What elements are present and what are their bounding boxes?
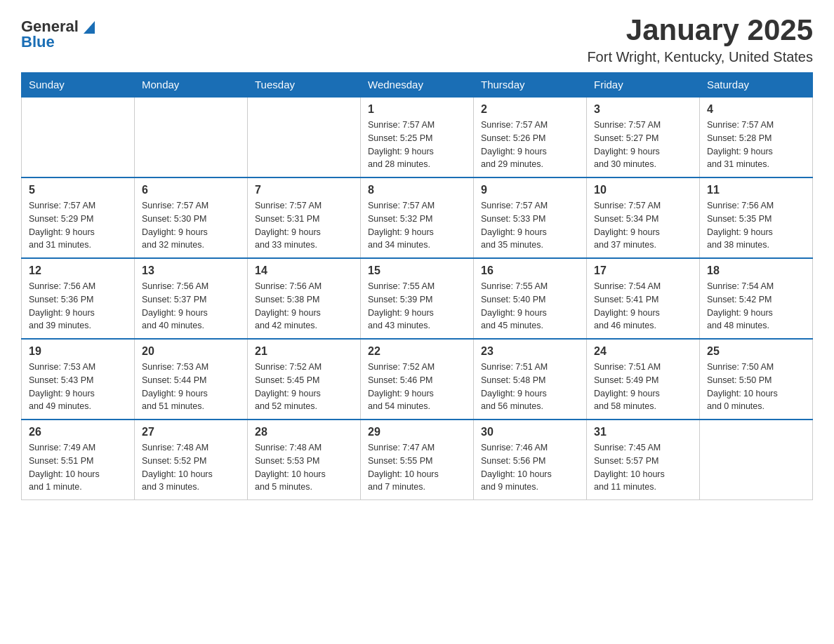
weekday-header: Wednesday — [361, 73, 474, 98]
logo: General Blue — [21, 18, 95, 51]
day-info: Sunrise: 7:55 AM Sunset: 5:40 PM Dayligh… — [481, 280, 579, 333]
day-number: 12 — [29, 264, 127, 277]
weekday-header: Saturday — [700, 73, 813, 98]
day-info: Sunrise: 7:53 AM Sunset: 5:43 PM Dayligh… — [29, 361, 127, 413]
calendar-cell: 25Sunrise: 7:50 AM Sunset: 5:50 PM Dayli… — [700, 339, 813, 420]
calendar-week-row: 26Sunrise: 7:49 AM Sunset: 5:51 PM Dayli… — [22, 420, 813, 500]
calendar-cell: 27Sunrise: 7:48 AM Sunset: 5:52 PM Dayli… — [135, 420, 248, 500]
calendar-cell: 7Sunrise: 7:57 AM Sunset: 5:31 PM Daylig… — [248, 177, 361, 258]
calendar-cell: 19Sunrise: 7:53 AM Sunset: 5:43 PM Dayli… — [22, 339, 135, 420]
page-header: General Blue January 2025 Fort Wright, K… — [21, 14, 813, 65]
calendar-cell: 13Sunrise: 7:56 AM Sunset: 5:37 PM Dayli… — [135, 258, 248, 339]
day-info: Sunrise: 7:57 AM Sunset: 5:29 PM Dayligh… — [29, 199, 127, 252]
day-number: 10 — [594, 184, 692, 196]
day-number: 11 — [707, 184, 805, 196]
day-number: 24 — [594, 345, 692, 358]
calendar-cell: 29Sunrise: 7:47 AM Sunset: 5:55 PM Dayli… — [361, 420, 474, 500]
day-number: 16 — [481, 264, 579, 277]
calendar-week-row: 1Sunrise: 7:57 AM Sunset: 5:25 PM Daylig… — [22, 97, 813, 177]
day-info: Sunrise: 7:54 AM Sunset: 5:42 PM Dayligh… — [707, 280, 805, 333]
day-number: 25 — [707, 345, 805, 358]
day-info: Sunrise: 7:56 AM Sunset: 5:37 PM Dayligh… — [142, 280, 240, 333]
day-info: Sunrise: 7:53 AM Sunset: 5:44 PM Dayligh… — [142, 361, 240, 413]
day-info: Sunrise: 7:47 AM Sunset: 5:55 PM Dayligh… — [368, 441, 466, 494]
day-number: 21 — [255, 345, 353, 358]
day-number: 19 — [29, 345, 127, 358]
day-number: 31 — [594, 426, 692, 438]
day-info: Sunrise: 7:45 AM Sunset: 5:57 PM Dayligh… — [594, 441, 692, 494]
calendar-cell: 8Sunrise: 7:57 AM Sunset: 5:32 PM Daylig… — [361, 177, 474, 258]
day-number: 4 — [707, 103, 805, 116]
page-subtitle: Fort Wright, Kentucky, United States — [587, 49, 813, 65]
day-info: Sunrise: 7:48 AM Sunset: 5:52 PM Dayligh… — [142, 441, 240, 494]
day-number: 14 — [255, 264, 353, 277]
day-info: Sunrise: 7:48 AM Sunset: 5:53 PM Dayligh… — [255, 441, 353, 494]
day-number: 7 — [255, 184, 353, 196]
day-number: 22 — [368, 345, 466, 358]
weekday-header: Sunday — [22, 73, 135, 98]
weekday-row: SundayMondayTuesdayWednesdayThursdayFrid… — [22, 73, 813, 98]
calendar-table: SundayMondayTuesdayWednesdayThursdayFrid… — [21, 72, 813, 500]
day-number: 23 — [481, 345, 579, 358]
day-info: Sunrise: 7:57 AM Sunset: 5:33 PM Dayligh… — [481, 199, 579, 252]
day-info: Sunrise: 7:55 AM Sunset: 5:39 PM Dayligh… — [368, 280, 466, 333]
day-info: Sunrise: 7:57 AM Sunset: 5:25 PM Dayligh… — [368, 119, 466, 171]
svg-marker-0 — [84, 21, 95, 34]
calendar-cell: 6Sunrise: 7:57 AM Sunset: 5:30 PM Daylig… — [135, 177, 248, 258]
day-info: Sunrise: 7:57 AM Sunset: 5:31 PM Dayligh… — [255, 199, 353, 252]
calendar-cell — [22, 97, 135, 177]
calendar-cell: 5Sunrise: 7:57 AM Sunset: 5:29 PM Daylig… — [22, 177, 135, 258]
weekday-header: Friday — [587, 73, 700, 98]
calendar-cell: 20Sunrise: 7:53 AM Sunset: 5:44 PM Dayli… — [135, 339, 248, 420]
day-number: 3 — [594, 103, 692, 116]
day-number: 5 — [29, 184, 127, 196]
day-number: 26 — [29, 426, 127, 438]
day-info: Sunrise: 7:50 AM Sunset: 5:50 PM Dayligh… — [707, 361, 805, 413]
day-number: 8 — [368, 184, 466, 196]
day-info: Sunrise: 7:57 AM Sunset: 5:34 PM Dayligh… — [594, 199, 692, 252]
calendar-cell: 17Sunrise: 7:54 AM Sunset: 5:41 PM Dayli… — [587, 258, 700, 339]
day-info: Sunrise: 7:51 AM Sunset: 5:48 PM Dayligh… — [481, 361, 579, 413]
weekday-header: Monday — [135, 73, 248, 98]
day-number: 17 — [594, 264, 692, 277]
day-info: Sunrise: 7:52 AM Sunset: 5:46 PM Dayligh… — [368, 361, 466, 413]
calendar-cell: 24Sunrise: 7:51 AM Sunset: 5:49 PM Dayli… — [587, 339, 700, 420]
day-number: 29 — [368, 426, 466, 438]
calendar-week-row: 5Sunrise: 7:57 AM Sunset: 5:29 PM Daylig… — [22, 177, 813, 258]
day-number: 15 — [368, 264, 466, 277]
calendar-cell: 15Sunrise: 7:55 AM Sunset: 5:39 PM Dayli… — [361, 258, 474, 339]
page-title: January 2025 — [587, 14, 813, 46]
day-info: Sunrise: 7:54 AM Sunset: 5:41 PM Dayligh… — [594, 280, 692, 333]
calendar-cell: 11Sunrise: 7:56 AM Sunset: 5:35 PM Dayli… — [700, 177, 813, 258]
day-info: Sunrise: 7:56 AM Sunset: 5:36 PM Dayligh… — [29, 280, 127, 333]
day-number: 30 — [481, 426, 579, 438]
day-number: 1 — [368, 103, 466, 116]
day-info: Sunrise: 7:46 AM Sunset: 5:56 PM Dayligh… — [481, 441, 579, 494]
calendar-cell: 16Sunrise: 7:55 AM Sunset: 5:40 PM Dayli… — [474, 258, 587, 339]
logo-general-text: General Blue — [21, 18, 95, 51]
calendar-cell: 4Sunrise: 7:57 AM Sunset: 5:28 PM Daylig… — [700, 97, 813, 177]
calendar-cell: 18Sunrise: 7:54 AM Sunset: 5:42 PM Dayli… — [700, 258, 813, 339]
day-info: Sunrise: 7:57 AM Sunset: 5:26 PM Dayligh… — [481, 119, 579, 171]
day-number: 2 — [481, 103, 579, 116]
day-info: Sunrise: 7:56 AM Sunset: 5:35 PM Dayligh… — [707, 199, 805, 252]
calendar-cell: 31Sunrise: 7:45 AM Sunset: 5:57 PM Dayli… — [587, 420, 700, 500]
calendar-body: 1Sunrise: 7:57 AM Sunset: 5:25 PM Daylig… — [22, 97, 813, 500]
day-number: 18 — [707, 264, 805, 277]
calendar-cell: 28Sunrise: 7:48 AM Sunset: 5:53 PM Dayli… — [248, 420, 361, 500]
title-section: January 2025 Fort Wright, Kentucky, Unit… — [587, 14, 813, 65]
day-info: Sunrise: 7:56 AM Sunset: 5:38 PM Dayligh… — [255, 280, 353, 333]
calendar-cell — [700, 420, 813, 500]
day-info: Sunrise: 7:51 AM Sunset: 5:49 PM Dayligh… — [594, 361, 692, 413]
day-number: 20 — [142, 345, 240, 358]
day-info: Sunrise: 7:52 AM Sunset: 5:45 PM Dayligh… — [255, 361, 353, 413]
calendar-cell: 3Sunrise: 7:57 AM Sunset: 5:27 PM Daylig… — [587, 97, 700, 177]
calendar-cell: 9Sunrise: 7:57 AM Sunset: 5:33 PM Daylig… — [474, 177, 587, 258]
day-number: 9 — [481, 184, 579, 196]
calendar-week-row: 19Sunrise: 7:53 AM Sunset: 5:43 PM Dayli… — [22, 339, 813, 420]
calendar-header: SundayMondayTuesdayWednesdayThursdayFrid… — [22, 73, 813, 98]
weekday-header: Thursday — [474, 73, 587, 98]
calendar-cell: 2Sunrise: 7:57 AM Sunset: 5:26 PM Daylig… — [474, 97, 587, 177]
day-info: Sunrise: 7:57 AM Sunset: 5:32 PM Dayligh… — [368, 199, 466, 252]
calendar-cell: 14Sunrise: 7:56 AM Sunset: 5:38 PM Dayli… — [248, 258, 361, 339]
